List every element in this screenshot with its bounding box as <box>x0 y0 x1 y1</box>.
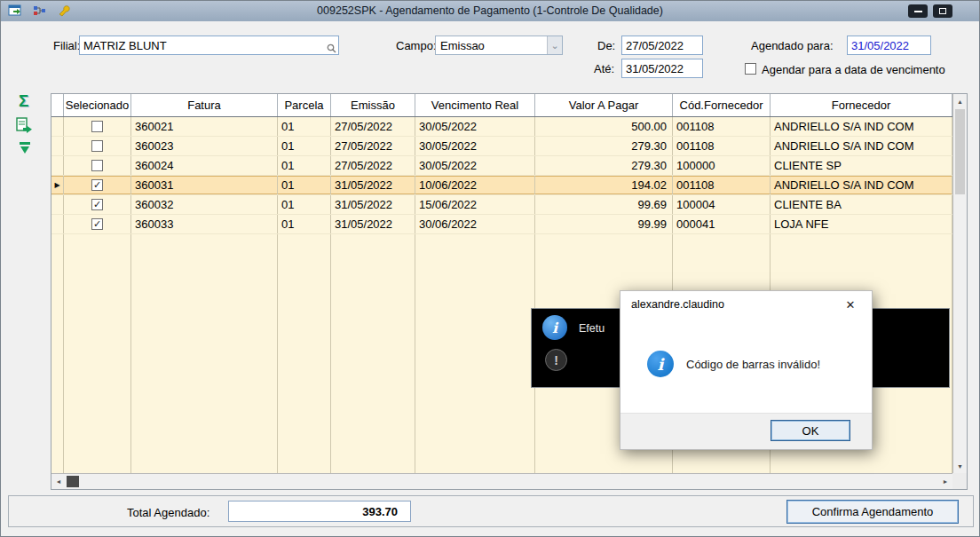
header-marker <box>51 94 64 116</box>
cell-valor: 99.99 <box>535 215 673 233</box>
current-row-marker <box>51 117 64 136</box>
vencimento-checkbox[interactable] <box>745 63 756 75</box>
table-row[interactable]: 3600230127/05/202230/05/2022279.30001108… <box>51 137 952 156</box>
row-select-cell[interactable]: ✓ <box>64 215 131 233</box>
vertical-scrollbar[interactable]: ▲ ▼ <box>952 94 967 473</box>
cell-emissao: 27/05/2022 <box>331 156 415 175</box>
row-checkbox[interactable] <box>91 160 103 171</box>
cell-fatura: 360031 <box>131 176 278 194</box>
hierarchy-icon[interactable] <box>33 4 47 17</box>
table-row[interactable]: ✓3600330131/05/202230/06/202299.99000041… <box>51 215 952 234</box>
cell-fatura: 360032 <box>131 195 278 214</box>
magnifier-icon[interactable] <box>327 43 336 53</box>
cell-cod: 001108 <box>673 117 771 136</box>
export-window-icon[interactable] <box>8 4 23 17</box>
close-icon[interactable]: ✕ <box>836 295 865 314</box>
background-message: Efetu <box>579 322 605 335</box>
campo-label: Campo: <box>396 39 437 52</box>
row-select-cell[interactable] <box>64 117 131 136</box>
header-emissao[interactable]: Emissão <box>331 94 415 116</box>
minimize-icon <box>914 11 922 12</box>
filial-value: MATRIZ BLUNT <box>83 39 167 52</box>
header-fatura[interactable]: Fatura <box>131 94 278 116</box>
wrench-icon[interactable] <box>57 4 71 17</box>
scroll-right-icon[interactable]: ► <box>938 474 952 489</box>
sum-icon[interactable]: Σ <box>19 91 28 111</box>
de-input[interactable]: 27/05/2022 <box>621 36 703 55</box>
cell-valor: 194.02 <box>535 176 673 194</box>
header-fornecedor[interactable]: Fornecedor <box>771 94 952 116</box>
cell-parcela: 01 <box>278 215 331 233</box>
table-row[interactable]: ✓3600320131/05/202215/06/202299.69100004… <box>51 195 952 215</box>
horizontal-scroll-thumb[interactable] <box>67 476 79 487</box>
cell-emissao: 31/05/2022 <box>331 176 415 194</box>
maximize-button[interactable] <box>933 4 952 18</box>
scroll-up-icon[interactable]: ▲ <box>953 94 967 108</box>
cell-fornecedor: ANDRIELLO S/A IND COM <box>771 176 952 194</box>
chevron-down-icon[interactable]: ⌄ <box>547 36 562 54</box>
cell-fornecedor: ANDRIELLO S/A IND COM <box>771 137 952 155</box>
de-label: De: <box>597 39 615 52</box>
cell-fatura: 360024 <box>131 156 278 175</box>
agendado-value: 31/05/2022 <box>851 39 909 52</box>
agendado-input[interactable]: 31/05/2022 <box>847 36 931 55</box>
dialog-footer: OK <box>620 413 872 449</box>
row-checkbox[interactable]: ✓ <box>91 179 103 191</box>
cell-fornecedor: LOJA NFE <box>771 215 952 233</box>
header-cod-fornecedor[interactable]: Cód.Fornecedor <box>673 94 771 116</box>
table-row[interactable]: 3600240127/05/202230/05/2022279.30100000… <box>51 156 952 176</box>
row-checkbox[interactable] <box>91 140 103 152</box>
vertical-scroll-thumb[interactable] <box>955 109 965 194</box>
row-checkbox[interactable] <box>91 121 103 132</box>
ate-label: Até: <box>594 62 614 75</box>
confirm-button[interactable]: Confirma Agendamento <box>786 500 959 524</box>
row-select-cell[interactable]: ✓ <box>64 195 131 214</box>
scroll-left-icon[interactable]: ◄ <box>51 474 66 489</box>
export-grid-icon[interactable] <box>15 117 34 133</box>
scroll-down-icon[interactable]: ▼ <box>953 459 967 473</box>
window-controls <box>908 4 952 18</box>
cell-parcela: 01 <box>278 117 331 136</box>
cell-emissao: 27/05/2022 <box>331 117 415 136</box>
current-row-marker <box>51 156 64 175</box>
filial-input[interactable]: MATRIZ BLUNT <box>79 36 339 55</box>
horizontal-scrollbar[interactable]: ◄ ► <box>51 473 952 489</box>
ate-value: 31/05/2022 <box>626 62 684 75</box>
total-field: 393.70 <box>228 501 411 522</box>
minimize-button[interactable] <box>908 4 928 18</box>
campo-value: Emissao <box>436 36 547 54</box>
row-checkbox[interactable]: ✓ <box>91 218 103 230</box>
table-row[interactable]: ▶✓3600310131/05/202210/06/2022194.020011… <box>51 176 952 195</box>
row-select-cell[interactable] <box>64 156 131 175</box>
dialog-titlebar[interactable]: alexandre.claudino ✕ <box>620 291 872 318</box>
window-title: 009252SPK - Agendamento de Pagamento (1-… <box>1 4 979 17</box>
cell-valor: 279.30 <box>535 156 673 175</box>
cell-cod: 001108 <box>673 176 771 194</box>
row-select-cell[interactable] <box>64 137 131 155</box>
ok-button[interactable]: OK <box>771 420 850 441</box>
header-valor-a-pagar[interactable]: Valor A Pagar <box>535 94 673 116</box>
vencimento-checkbox-label[interactable]: Agendar para a data de vencimento <box>762 63 945 76</box>
info-glyph: i <box>658 355 664 374</box>
exclamation-icon: ! <box>545 349 567 371</box>
message-dialog: alexandre.claudino ✕ i Código de barras … <box>620 290 873 450</box>
header-parcela[interactable]: Parcela <box>278 94 331 116</box>
table-row[interactable]: 3600210127/05/202230/05/2022500.00001108… <box>51 117 952 137</box>
cell-vencimento: 30/05/2022 <box>415 117 535 136</box>
row-checkbox[interactable]: ✓ <box>91 199 103 210</box>
go-to-bottom-icon[interactable] <box>18 141 32 154</box>
header-vencimento-real[interactable]: Vencimento Real <box>415 94 535 116</box>
cell-parcela: 01 <box>278 195 331 214</box>
cell-cod: 000041 <box>673 215 771 233</box>
total-value: 393.70 <box>362 505 398 518</box>
header-selecionado[interactable]: Selecionado <box>64 94 131 116</box>
footer-bar: Total Agendado: 393.70 Confirma Agendame… <box>8 495 974 527</box>
campo-select[interactable]: Emissao ⌄ <box>435 36 563 55</box>
ate-input[interactable]: 31/05/2022 <box>621 59 703 78</box>
current-row-marker: ▶ <box>51 176 64 194</box>
row-select-cell[interactable]: ✓ <box>64 176 131 194</box>
current-row-marker <box>51 137 64 155</box>
cell-vencimento: 30/05/2022 <box>415 156 535 175</box>
info-glyph: i <box>552 320 557 336</box>
cell-vencimento: 30/05/2022 <box>415 137 535 155</box>
